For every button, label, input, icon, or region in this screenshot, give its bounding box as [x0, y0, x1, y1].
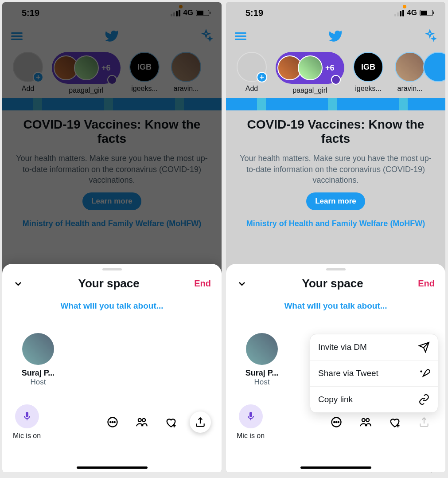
- space-pill: +6: [276, 52, 344, 84]
- home-indicator[interactable]: [300, 466, 371, 469]
- plus-icon: +: [33, 72, 43, 82]
- grabber[interactable]: [102, 268, 122, 270]
- topic-prompt[interactable]: What will you talk about...: [226, 301, 445, 311]
- clock: 5:19: [22, 8, 39, 18]
- learn-more-button[interactable]: Learn more: [82, 192, 141, 210]
- space-title: Your space: [78, 277, 139, 290]
- svg-point-5: [142, 419, 145, 422]
- people-icon[interactable]: [355, 411, 376, 433]
- promo-band: [2, 98, 222, 110]
- space-sheet: Your space End What will you talk about.…: [226, 264, 445, 472]
- share-icon[interactable]: [413, 411, 435, 433]
- send-icon: [418, 341, 430, 353]
- twitter-logo: [328, 29, 342, 43]
- mic-button[interactable]: [15, 404, 39, 428]
- mic-label: Mic is on: [237, 432, 265, 440]
- fleets-row: + Add +6 paagal_girl iGB igeeks... aravi…: [226, 48, 445, 98]
- space-indicator-icon: [331, 75, 341, 85]
- top-nav: [2, 24, 222, 48]
- link-icon: [418, 394, 430, 405]
- recording-dot: [179, 5, 183, 8]
- mohfw-link[interactable]: Ministry of Health and Family Welfare (M…: [236, 219, 436, 228]
- svg-point-8: [336, 422, 337, 423]
- chevron-down-icon[interactable]: [13, 278, 23, 289]
- avatar: +: [13, 52, 43, 82]
- battery-icon: [420, 10, 433, 16]
- battery-icon: [196, 10, 209, 16]
- heart-plus-icon[interactable]: [160, 411, 182, 433]
- signal-icon: [394, 10, 404, 16]
- svg-point-1: [110, 422, 111, 423]
- covid-title: COVID-19 Vaccines: Know the facts: [236, 118, 436, 146]
- people-icon[interactable]: [131, 411, 152, 433]
- screenshot-right: 5:19 4G + Add +6 paagal_girl: [226, 2, 445, 472]
- covid-body: Your health matters. Make sure you have …: [236, 153, 436, 185]
- fleet-extra[interactable]: [434, 52, 443, 94]
- more-icon[interactable]: [326, 411, 347, 433]
- status-bar: 5:19 4G: [226, 2, 445, 24]
- share-invite-dm[interactable]: Invite via DM: [310, 334, 438, 360]
- clock: 5:19: [245, 8, 263, 18]
- avatar: [171, 52, 201, 82]
- end-button[interactable]: End: [194, 278, 211, 289]
- avatar: [22, 333, 54, 365]
- end-button[interactable]: End: [418, 278, 435, 289]
- svg-point-10: [362, 419, 365, 422]
- chevron-down-icon[interactable]: [237, 278, 247, 289]
- avatar: [395, 52, 425, 82]
- promo-band: [226, 98, 445, 110]
- fleet-igb[interactable]: iGB igeeks...: [351, 52, 386, 94]
- home-indicator[interactable]: [77, 466, 148, 469]
- top-nav: [226, 24, 445, 48]
- more-icon[interactable]: [102, 411, 123, 433]
- sparkle-icon[interactable]: [199, 29, 213, 43]
- space-title: Your space: [302, 277, 363, 290]
- svg-point-2: [112, 422, 113, 423]
- mohfw-link[interactable]: Ministry of Health and Family Welfare (M…: [12, 219, 212, 228]
- space-pill: +6: [52, 52, 121, 84]
- fleet-add[interactable]: + Add: [234, 52, 269, 94]
- network-label: 4G: [407, 8, 417, 17]
- svg-point-3: [114, 422, 115, 423]
- learn-more-button[interactable]: Learn more: [306, 192, 365, 210]
- host-participant[interactable]: Suraj P... Host: [238, 333, 286, 387]
- fleet-aravin[interactable]: aravin...: [392, 52, 428, 94]
- topic-prompt[interactable]: What will you talk about...: [2, 301, 222, 311]
- fleet-space[interactable]: +6 paagal_girl: [52, 52, 121, 94]
- share-via-tweet[interactable]: Share via Tweet: [310, 360, 438, 386]
- menu-icon[interactable]: [11, 31, 23, 42]
- space-indicator-icon: [107, 75, 117, 85]
- network-label: 4G: [183, 8, 193, 17]
- space-sheet: Your space End What will you talk about.…: [2, 264, 222, 472]
- compose-icon: [418, 368, 430, 379]
- fleet-add[interactable]: + Add: [10, 52, 46, 94]
- fleet-aravin[interactable]: aravin...: [168, 52, 204, 94]
- host-participant[interactable]: Suraj P... Host: [14, 333, 62, 387]
- sparkle-icon[interactable]: [423, 29, 436, 43]
- mic-button[interactable]: [239, 404, 263, 428]
- menu-icon[interactable]: [235, 31, 246, 42]
- svg-point-9: [338, 422, 339, 423]
- avatar: iGB: [353, 52, 383, 82]
- grabber[interactable]: [326, 268, 346, 270]
- svg-point-11: [366, 419, 369, 422]
- plus-icon: +: [257, 72, 267, 82]
- fleet-space[interactable]: +6 paagal_girl: [276, 52, 344, 94]
- avatar: [246, 333, 278, 365]
- covid-card: COVID-19 Vaccines: Know the facts Your h…: [226, 110, 445, 236]
- covid-title: COVID-19 Vaccines: Know the facts: [12, 118, 212, 146]
- avatar: iGB: [129, 52, 160, 82]
- status-bar: 5:19 4G: [2, 2, 222, 24]
- recording-dot: [403, 5, 406, 8]
- svg-point-7: [334, 422, 335, 423]
- covid-card: COVID-19 Vaccines: Know the facts Your h…: [2, 110, 222, 236]
- avatar: +: [237, 52, 267, 82]
- share-copy-link[interactable]: Copy link: [310, 386, 438, 412]
- twitter-logo: [104, 29, 118, 43]
- heart-plus-icon[interactable]: [384, 411, 405, 433]
- share-icon[interactable]: [190, 411, 211, 433]
- screenshot-left: 5:19 4G + Add +6 paagal_girl: [2, 2, 222, 472]
- fleet-igb[interactable]: iGB igeeks...: [127, 52, 162, 94]
- mic-label: Mic is on: [13, 432, 41, 440]
- share-popover: Invite via DM Share via Tweet Copy link: [310, 334, 438, 413]
